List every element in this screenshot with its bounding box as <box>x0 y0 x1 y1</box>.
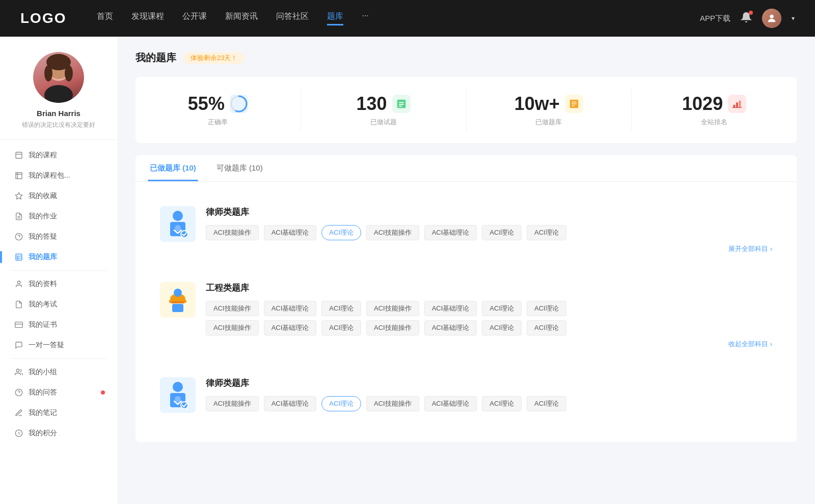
stat-accuracy-label: 正确率 <box>208 118 228 127</box>
etag-14[interactable]: ACI理论 <box>527 320 566 335</box>
etag-3[interactable]: ACI理论 <box>321 301 361 316</box>
ltag2-3[interactable]: ACI理论 <box>321 396 361 411</box>
tag-7[interactable]: ACI理论 <box>527 225 566 240</box>
trial-badge: 体验剩余23天！ <box>183 52 244 64</box>
myprofile-icon <box>14 279 23 289</box>
etag-4[interactable]: ACI技能操作 <box>366 301 419 316</box>
user-motto: 错误的决定比没有决定要好 <box>22 121 95 129</box>
svg-point-2 <box>44 85 73 103</box>
accuracy-icon <box>230 95 248 113</box>
tag-4[interactable]: ACI技能操作 <box>366 225 419 240</box>
tab-done[interactable]: 已做题库 (10) <box>148 155 198 181</box>
svg-point-52 <box>175 396 181 402</box>
sidebar-item-myqbank[interactable]: 我的题库 <box>0 247 117 267</box>
stat-doneb-value: 10w+ <box>514 93 560 115</box>
qbank-section-lawyer2: 律师类题库 ACI技能操作 ACI基础理论 ACI理论 ACI技能操作 ACI基… <box>148 367 784 426</box>
ltag2-7[interactable]: ACI理论 <box>527 396 566 411</box>
etag-10[interactable]: ACI理论 <box>321 320 361 335</box>
oneone-icon <box>14 341 23 350</box>
sidebar-item-myqa[interactable]: 我的答疑 <box>0 227 117 247</box>
tag-1[interactable]: ACI技能操作 <box>206 225 259 240</box>
etag-13[interactable]: ACI理论 <box>482 320 522 335</box>
logo: LOGO <box>20 10 66 26</box>
nav-discover[interactable]: 发现课程 <box>131 11 164 25</box>
tag-3[interactable]: ACI理论 <box>321 225 361 240</box>
lawyer-icon-wrap1 <box>160 206 196 242</box>
sidebar-item-oneone[interactable]: 一对一答疑 <box>0 335 117 355</box>
sidebar-item-homework[interactable]: 我的作业 <box>0 206 117 227</box>
nav-home[interactable]: 首页 <box>97 11 113 25</box>
mycollect-icon <box>14 191 23 201</box>
app-download[interactable]: APP下载 <box>700 14 730 23</box>
qbank-section-lawyer1: 律师类题库 ACI技能操作 ACI基础理论 ACI理论 ACI技能操作 ACI基… <box>148 196 784 264</box>
myquestion-label: 我的问答 <box>29 388 57 397</box>
sidebar-item-mycourse[interactable]: 我的课程 <box>0 145 117 165</box>
lawyer-svg2 <box>165 380 191 410</box>
doneq-icon <box>392 95 411 113</box>
sidebar-item-mypoints[interactable]: 我的积分 <box>0 423 117 443</box>
stat-rank: 1029 全站排名 <box>632 89 797 131</box>
tags-row-engineer2: ACI技能操作 ACI基础理论 ACI理论 ACI技能操作 ACI基础理论 AC… <box>206 320 772 335</box>
chart-icon <box>731 98 743 109</box>
etag-6[interactable]: ACI理论 <box>482 301 522 316</box>
sidebar-item-mycert[interactable]: 我的证书 <box>0 315 117 335</box>
etag-8[interactable]: ACI技能操作 <box>206 320 259 335</box>
etag-2[interactable]: ACI基础理论 <box>264 301 317 316</box>
question-dot <box>101 390 105 395</box>
etag-7[interactable]: ACI理论 <box>527 301 566 316</box>
stat-doneq-value: 130 <box>357 93 387 115</box>
ltag2-6[interactable]: ACI理论 <box>482 396 522 411</box>
user-name: Brian Harris <box>37 109 80 118</box>
etag-11[interactable]: ACI技能操作 <box>366 320 419 335</box>
collapse-btn-engineer[interactable]: 收起全部科目 › <box>206 340 772 349</box>
nav-open[interactable]: 公开课 <box>182 11 207 25</box>
page-title: 我的题库 <box>135 51 176 65</box>
mygroup-label: 我的小组 <box>29 368 57 377</box>
etag-9[interactable]: ACI基础理论 <box>264 320 317 335</box>
mygroup-icon <box>14 368 23 377</box>
sidebar-item-myexam[interactable]: 我的考试 <box>0 294 117 315</box>
notification-bell[interactable] <box>741 12 752 25</box>
ltag2-1[interactable]: ACI技能操作 <box>206 396 259 411</box>
stat-rank-value: 1029 <box>682 93 723 115</box>
sidebar-item-myquestion[interactable]: 我的问答 <box>0 382 117 403</box>
engineer-icon-wrap <box>160 282 196 318</box>
qbank-name-lawyer1: 律师类题库 <box>206 206 772 218</box>
homework-label: 我的作业 <box>29 212 57 221</box>
tag-6[interactable]: ACI理论 <box>482 225 522 240</box>
avatar[interactable] <box>762 9 781 28</box>
etag-5[interactable]: ACI基础理论 <box>424 301 477 316</box>
mycert-label: 我的证书 <box>29 320 57 329</box>
myexam-label: 我的考试 <box>29 300 57 309</box>
svg-rect-47 <box>171 301 184 303</box>
tab-available[interactable]: 可做题库 (10) <box>214 155 265 181</box>
etag-12[interactable]: ACI基础理论 <box>424 320 477 335</box>
sidebar-item-mypackage[interactable]: 我的课程包... <box>0 165 117 186</box>
nav-qa[interactable]: 问答社区 <box>276 11 309 25</box>
book-icon <box>568 98 580 109</box>
expand-btn-lawyer1[interactable]: 展开全部科目 › <box>206 244 772 254</box>
etag-1[interactable]: ACI技能操作 <box>206 301 259 316</box>
nav-news[interactable]: 新闻资讯 <box>225 11 258 25</box>
doneb-icon <box>565 95 583 113</box>
tag-5[interactable]: ACI基础理论 <box>424 225 477 240</box>
sidebar-item-myprofile[interactable]: 我的资料 <box>0 274 117 294</box>
sidebar-item-mynotes[interactable]: 我的笔记 <box>0 403 117 423</box>
sidebar-item-mygroup[interactable]: 我的小组 <box>0 362 117 382</box>
ltag2-4[interactable]: ACI技能操作 <box>366 396 419 411</box>
main-content: 我的题库 体验剩余23天！ 55% 正确率 13 <box>117 37 815 504</box>
user-chevron[interactable]: ▾ <box>792 15 795 22</box>
page-container: Brian Harris 错误的决定比没有决定要好 我的课程 我的课程包... <box>0 37 815 504</box>
nav-more[interactable]: ··· <box>362 11 368 25</box>
tag-2[interactable]: ACI基础理论 <box>264 225 317 240</box>
mypackage-label: 我的课程包... <box>29 171 70 180</box>
ltag2-5[interactable]: ACI基础理论 <box>424 396 477 411</box>
svg-point-42 <box>173 211 183 221</box>
qbank-name-engineer: 工程类题库 <box>206 282 772 294</box>
ltag2-2[interactable]: ACI基础理论 <box>264 396 317 411</box>
svg-rect-39 <box>736 102 738 107</box>
sidebar-item-mycollect[interactable]: 我的收藏 <box>0 186 117 206</box>
stat-doneb-top: 10w+ <box>514 93 583 115</box>
myprofile-label: 我的资料 <box>29 279 57 289</box>
nav-qbank[interactable]: 题库 <box>327 11 343 25</box>
